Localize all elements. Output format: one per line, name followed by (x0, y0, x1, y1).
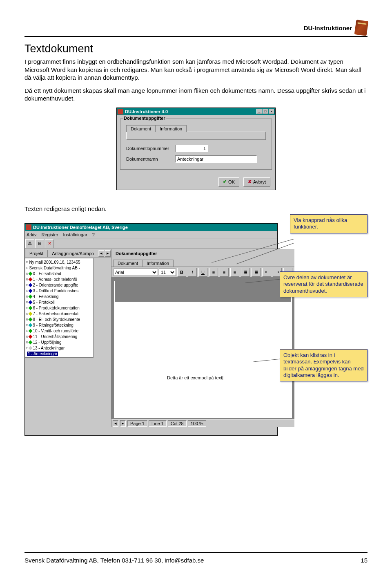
status-page: Page 1 (127, 420, 147, 427)
arrow-left-icon[interactable]: ◂ (113, 420, 118, 427)
align-center-button[interactable]: ≡ (220, 268, 229, 277)
close-button[interactable]: × (269, 109, 274, 114)
menubar: Arkiv Register Inställningar ? (25, 231, 277, 238)
page-footer: Svensk Dataförvaltning AB, Telefon 031-7… (24, 552, 368, 564)
status-zoom: 100 % (188, 420, 206, 427)
tab-dokument[interactable]: Dokument (126, 125, 156, 132)
arrow-right-icon[interactable]: ▸ (105, 250, 111, 257)
nav-tabs: Projekt Anläggningar/Kompo ◂ ▸ (25, 249, 111, 258)
callout-header-area: Övre delen av dokumentet är reserverat f… (280, 271, 368, 297)
font-select[interactable]: Arial (113, 269, 158, 276)
status-line: Line 1 (149, 420, 167, 427)
tree-item[interactable]: ⊞4 - Felsökning (26, 294, 92, 299)
editor-title: DU-Instruktioner Demoföretaget AB, Sveri… (33, 225, 128, 230)
check-icon: ✔ (223, 179, 227, 184)
cancel-button[interactable]: ✘Avbryt (243, 177, 270, 186)
document-header-band (115, 281, 291, 302)
menu-help[interactable]: ? (92, 232, 95, 237)
numbering-button[interactable]: ≣ (252, 268, 261, 277)
callout-toolbar: Via knapprad nås olika funktioner. (290, 214, 368, 233)
tree-item[interactable]: ⊞1 - Adress- och telefonfö (26, 276, 92, 282)
titlebar[interactable]: DU-Instruktioner 4.0 _ □ × (117, 108, 275, 115)
editor-window: DU-Instruktioner Demoföretaget AB, Sveri… (24, 223, 278, 436)
size-select[interactable]: 11 (159, 269, 176, 276)
outdent-button[interactable]: ⇤ (262, 268, 271, 277)
minimize-button[interactable]: _ (256, 109, 262, 114)
tree-item[interactable]: ⊞10 - Ventil- och rumsförte (26, 328, 92, 334)
tree-item[interactable]: ⊞9 - Ritningsförteckning (26, 322, 92, 328)
group-legend: Dokumentuppgifter (123, 116, 166, 121)
new-button[interactable]: 🗎 (35, 239, 44, 248)
paragraph-1: I programmet finns inbyggt en ordbehandl… (24, 58, 368, 82)
statusbar: ◂ ▸ Page 1 Line 1 Col 28 100 % (111, 419, 294, 427)
bold-button[interactable]: B (177, 268, 186, 277)
tab-information[interactable]: Information (155, 125, 187, 132)
tree-item[interactable]: ⊞3 - Driftkort Funktionsbes (26, 288, 92, 294)
footer-org: Svensk Dataförvaltning AB, Telefon 031-7… (24, 557, 204, 564)
tree-item[interactable]: ⊞0 - Försättsblad (26, 271, 92, 276)
app-icon (26, 224, 31, 230)
tree-item[interactable]: ⊞8 - El- och Styrdokumente (26, 316, 92, 322)
menu-arkiv[interactable]: Arkiv (27, 232, 36, 237)
document-text[interactable]: Detta är ett exempel på text| (167, 375, 223, 380)
maximize-button[interactable]: □ (263, 109, 268, 114)
italic-button[interactable]: I (188, 268, 197, 277)
document-area[interactable]: Detta är ett exempel på text| (111, 278, 294, 419)
editor-titlebar[interactable]: DU-Instruktioner Demoföretaget AB, Sveri… (25, 224, 277, 231)
print-button[interactable]: 🖶 (25, 239, 34, 248)
menu-register[interactable]: Register (41, 232, 58, 237)
tree-item[interactable]: ⊞11 - Underhållsplanering (26, 334, 92, 339)
dialog-title: DU-Instruktioner 4.0 (125, 109, 168, 114)
tab-information[interactable]: Information (142, 260, 174, 267)
format-bar: Arial 11 B I U ≡ ≡ ≡ ≣ ≣ ⇤ ⇥ ↓ (111, 267, 294, 278)
group-legend: Dokumentuppgifter (113, 250, 159, 257)
input-docname[interactable] (175, 155, 257, 163)
nav-anlaggningar[interactable]: Anläggningar/Kompo (47, 250, 98, 257)
arrow-left-icon[interactable]: ◂ (98, 250, 104, 257)
paragraph-2: Då ett nytt dokument skapas skall man an… (24, 87, 368, 103)
arrow-right-icon[interactable]: ▸ (120, 420, 126, 427)
label-docnumber: Dokumentlöpnummer (126, 146, 175, 151)
footer-page: 15 (361, 557, 368, 564)
app-icon (118, 109, 123, 114)
label-docname: Dokumentnamn (126, 157, 175, 161)
tree-item[interactable]: ⊞12 - Uppföljning (26, 339, 92, 345)
tree-item[interactable]: ⊞Ny mall 2001.09.18, 123455 (26, 259, 92, 265)
dialog-document-properties: DU-Instruktioner 4.0 _ □ × Dokumentuppgi… (116, 108, 276, 190)
nav-projekt[interactable]: Projekt (25, 250, 48, 257)
x-icon: ✘ (248, 179, 252, 184)
tree-item[interactable]: ⊟Svensk Dataförvaltning AB - (26, 265, 92, 271)
paragraph-edit: Texten redigeras enligt nedan. (24, 205, 368, 213)
tree-item[interactable]: 1 - Anteckningar (26, 351, 92, 356)
book-icon (354, 20, 369, 36)
header-title: DU-Instruktioner (304, 25, 352, 31)
rule (24, 36, 368, 37)
page: Detta är ett exempel på text| (114, 281, 292, 418)
tree-item[interactable]: ⊞6 - Produktdokumentation (26, 305, 92, 311)
project-tree[interactable]: ⊞Ny mall 2001.09.18, 123455⊟Svensk Dataf… (25, 258, 94, 358)
align-right-button[interactable]: ≡ (230, 268, 239, 277)
tab-dokument[interactable]: Dokument (113, 260, 143, 267)
tab-panel (126, 132, 266, 140)
delete-button[interactable]: ✕ (45, 239, 54, 248)
align-left-button[interactable]: ≡ (209, 268, 218, 277)
underline-button[interactable]: U (198, 268, 207, 277)
page-title: Textdokument (24, 43, 368, 55)
status-col: Col 28 (168, 420, 187, 427)
tree-item[interactable]: ⊞7 - Säkerhetsdokumentati (26, 311, 92, 316)
bullets-button[interactable]: ≣ (241, 268, 250, 277)
menu-installningar[interactable]: Inställningar (63, 232, 87, 237)
callout-objects: Objekt kan klistras in i textmassan. Exe… (280, 349, 368, 381)
page-header: DU-Instruktioner (24, 20, 368, 35)
tree-item[interactable]: ⊞5 - Protokoll (26, 299, 92, 305)
ok-button[interactable]: ✔OK (218, 177, 239, 186)
tree-item[interactable]: ⊞2 - Orienterande uppgifte (26, 282, 92, 288)
input-docnumber[interactable] (175, 145, 208, 152)
tree-item[interactable]: ⊟13 - Anteckningar (26, 345, 92, 351)
toolbar: 🖶 🗎 ✕ (25, 238, 277, 249)
